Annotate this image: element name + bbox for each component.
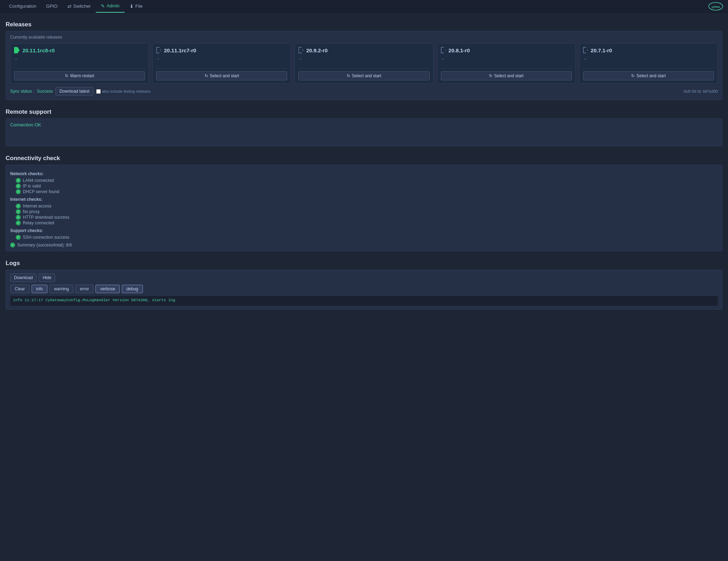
check-ok-icon-6: ✓	[16, 215, 21, 220]
support-checks-title: Support checks:	[10, 228, 718, 233]
sync-left: Sync status : Success Download latest al…	[10, 87, 151, 95]
remote-support-section: Connection OK	[6, 118, 722, 146]
release-chevron-1[interactable]: ⌃	[14, 58, 145, 63]
testing-releases-checkbox[interactable]	[96, 89, 101, 94]
filter-error-button[interactable]: error	[75, 285, 93, 293]
nav-bar: Configuration GPIO ⇄ Switcher ✎ Admin ⬇ …	[0, 0, 728, 13]
network-check-2: ✓ IP is valid	[16, 184, 718, 189]
release-inactive-icon-3	[298, 47, 303, 53]
summary-ok-icon: ✓	[10, 243, 15, 248]
release-card-3: 20.9.2-r0 ⌃ ↻ Select and start	[294, 43, 433, 84]
release-name-5: 20.7.1-r0	[591, 47, 612, 53]
support-check-1: ✓ SSH connection success	[16, 235, 718, 240]
connectivity-section-title: Connectivity check	[6, 151, 722, 165]
filter-clear-button[interactable]: Clear	[10, 285, 29, 293]
release-header-4: 20.8.1-r0	[441, 47, 572, 53]
release-name-3: 20.9.2-r0	[306, 47, 327, 53]
releases-subtitle: Currently available releases	[10, 35, 718, 40]
sync-status-text: Sync status : Success	[10, 89, 53, 94]
download-log-button[interactable]: Download	[10, 273, 37, 282]
remote-support-section-title: Remote support	[6, 105, 722, 118]
nav-admin[interactable]: ✎ Admin	[96, 0, 125, 13]
check-ok-icon-1: ✓	[16, 178, 21, 183]
logs-top-row: Download Hide	[10, 273, 718, 282]
internet-check-3: ✓ HTTP download success	[16, 215, 718, 220]
check-ok-icon-5: ✓	[16, 209, 21, 214]
network-check-1: ✓ LAN4 connected	[16, 178, 718, 183]
check-ok-icon-4: ✓	[16, 204, 21, 209]
internet-check-4: ✓ Relay connected	[16, 220, 718, 225]
main-content: Releases Currently available releases 20…	[0, 13, 728, 319]
release-header-3: 20.9.2-r0	[298, 47, 429, 53]
nav-switcher[interactable]: ⇄ Switcher	[62, 0, 96, 13]
nav-gpio[interactable]: GPIO	[41, 0, 62, 13]
logs-section: Download Hide Clear info warning error v…	[6, 270, 722, 310]
release-name-2: 20.11.1rc7-r0	[164, 47, 196, 53]
select-icon-5: ↻	[631, 73, 635, 78]
select-icon-2: ↻	[205, 73, 208, 78]
soft-git-id: Soft Git Id: b87a300	[683, 89, 718, 93]
network-checks-title: Network checks:	[10, 171, 718, 176]
select-start-button-2[interactable]: ↻ Select and start	[156, 71, 287, 80]
restart-icon: ↻	[65, 73, 68, 78]
internet-checks-title: Internet checks:	[10, 197, 718, 202]
releases-grid: 20.11.1rc8-r0 ⌃ ↻ Warm restart 20.11.1rc…	[10, 43, 718, 84]
release-card-4: 20.8.1-r0 ⌃ ↻ Select and start	[437, 43, 576, 84]
connection-status: Connection OK	[10, 122, 718, 127]
release-active-icon	[14, 47, 20, 53]
releases-section-title: Releases	[6, 18, 722, 31]
select-icon-4: ↻	[489, 73, 492, 78]
releases-section: Currently available releases 20.11.1rc8-…	[6, 31, 722, 100]
release-header-1: 20.11.1rc8-r0	[14, 47, 145, 53]
release-header-5: 20.7.1-r0	[583, 47, 714, 53]
release-inactive-icon-5	[583, 47, 588, 53]
select-start-button-3[interactable]: ↻ Select and start	[298, 71, 429, 80]
warm-restart-button[interactable]: ↻ Warm restart	[14, 71, 145, 80]
nav-file[interactable]: ⬇ File	[125, 0, 148, 13]
release-name-4: 20.8.1-r0	[449, 47, 470, 53]
testing-releases-label: also include testing releases	[96, 89, 151, 94]
app-logo: cyView	[708, 1, 724, 11]
filter-info-button[interactable]: info	[32, 285, 47, 293]
internet-check-2: ✓ No proxy	[16, 209, 718, 214]
svg-text:cyView: cyView	[712, 6, 720, 8]
check-ok-icon-2: ✓	[16, 184, 21, 189]
switcher-icon: ⇄	[67, 4, 72, 9]
sync-row: Sync status : Success Download latest al…	[10, 87, 718, 95]
release-card-1: 20.11.1rc8-r0 ⌃ ↻ Warm restart	[10, 43, 149, 84]
release-header-2: 20.11.1rc7-r0	[156, 47, 287, 53]
filter-verbose-button[interactable]: verbose	[95, 285, 120, 293]
release-chevron-3[interactable]: ⌃	[298, 58, 429, 63]
log-output: info 11:17:17 CyGatewayConfig.MsLogHandl…	[10, 296, 718, 306]
file-icon: ⬇	[130, 4, 134, 9]
release-name-1: 20.11.1rc8-r0	[22, 47, 55, 53]
connectivity-section: Network checks: ✓ LAN4 connected ✓ IP is…	[6, 165, 722, 251]
logs-filter-row: Clear info warning error verbose debug	[10, 285, 718, 293]
release-inactive-icon-4	[441, 47, 446, 53]
release-card-5: 20.7.1-r0 ⌃ ↻ Select and start	[579, 43, 718, 84]
release-chevron-5[interactable]: ⌃	[583, 58, 714, 63]
select-start-button-5[interactable]: ↻ Select and start	[583, 71, 714, 80]
select-icon-3: ↻	[347, 73, 350, 78]
release-chevron-4[interactable]: ⌃	[441, 58, 572, 63]
summary-text: Summary (success/total): 8/8	[17, 243, 72, 248]
release-chevron-2[interactable]: ⌃	[156, 58, 287, 63]
download-latest-button[interactable]: Download latest	[55, 87, 93, 95]
check-ok-icon-8: ✓	[16, 235, 21, 240]
network-check-3: ✓ DHCP server found	[16, 189, 718, 194]
release-inactive-icon-2	[156, 47, 161, 53]
internet-check-1: ✓ Internet access	[16, 204, 718, 209]
hide-log-button[interactable]: Hide	[39, 273, 55, 282]
check-ok-icon-3: ✓	[16, 189, 21, 194]
admin-icon: ✎	[101, 3, 105, 9]
select-start-button-4[interactable]: ↻ Select and start	[441, 71, 572, 80]
nav-configuration[interactable]: Configuration	[4, 0, 41, 13]
summary-row: ✓ Summary (success/total): 8/8	[10, 243, 718, 248]
filter-debug-button[interactable]: debug	[122, 285, 143, 293]
check-ok-icon-7: ✓	[16, 220, 21, 225]
logs-section-title: Logs	[6, 256, 722, 270]
filter-warning-button[interactable]: warning	[49, 285, 73, 293]
release-card-2: 20.11.1rc7-r0 ⌃ ↻ Select and start	[152, 43, 291, 84]
